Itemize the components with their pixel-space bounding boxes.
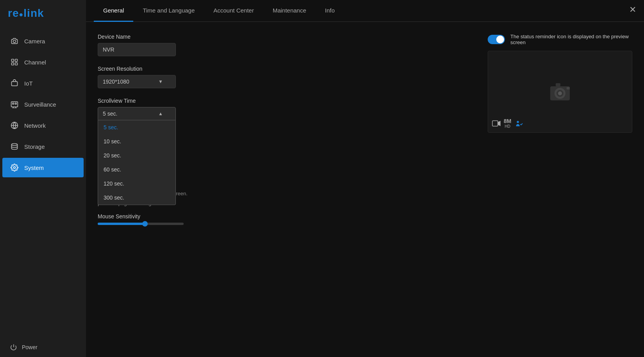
sidebar-item-label: Channel — [24, 59, 46, 66]
chevron-up-icon: ▲ — [158, 111, 163, 116]
sidebar-item-label: Camera — [24, 38, 45, 45]
svg-point-15 — [14, 167, 16, 169]
scrollview-option-10sec[interactable]: 10 sec. — [98, 134, 175, 148]
svg-rect-1 — [12, 59, 14, 62]
tab-account-center[interactable]: Account Center — [204, 0, 263, 22]
svg-point-24 — [517, 121, 519, 123]
scrollview-time-label: Scrollview Time — [98, 98, 472, 104]
screen-resolution-group: Screen Resolution 1920*1080 ▼ — [98, 66, 472, 88]
sidebar-item-camera[interactable]: Camera — [2, 31, 84, 51]
camera-icon — [10, 37, 19, 45]
sidebar-item-label: Storage — [24, 143, 45, 150]
tabs-bar: General Time and Language Account Center… — [86, 0, 644, 22]
screen-resolution-label: Screen Resolution — [98, 66, 472, 72]
logo: re●link — [8, 7, 44, 20]
scrollview-time-value: 5 sec. — [103, 111, 117, 117]
sidebar-item-system[interactable]: System — [2, 158, 84, 177]
sidebar: re●link Camera Chan — [0, 0, 86, 357]
screen-resolution-value: 1920*1080 — [103, 79, 129, 85]
channel-icon — [10, 58, 19, 66]
chevron-down-icon: ▼ — [158, 79, 163, 84]
sidebar-item-label: Surveillance — [24, 101, 56, 108]
content-grid: Device Name Screen Resolution 1920*1080 … — [98, 34, 632, 234]
content-right: The status reminder icon is displayed on… — [488, 34, 632, 234]
preview-camera-icon — [549, 82, 571, 102]
tab-maintenance[interactable]: Maintenance — [263, 0, 316, 22]
scrollview-dropdown: 5 sec. 10 sec. 20 sec. 60 sec. 120 sec. … — [98, 120, 176, 205]
scrollview-time-group: Scrollview Time 5 sec. ▲ 5 sec. 10 sec. … — [98, 98, 472, 120]
preview-video-icon — [492, 120, 501, 127]
svg-point-14 — [12, 144, 18, 146]
sidebar-item-iot[interactable]: IoT — [2, 73, 84, 93]
mouse-sensitivity-slider-row — [98, 223, 472, 225]
power-label: Power — [22, 344, 38, 350]
svg-rect-23 — [492, 121, 498, 126]
svg-point-20 — [558, 91, 562, 95]
scrollview-option-120sec[interactable]: 120 sec. — [98, 177, 175, 191]
sidebar-item-channel[interactable]: Channel — [2, 52, 84, 72]
preview-hd-badge: HD — [505, 124, 510, 129]
device-name-input[interactable] — [98, 43, 176, 56]
content-area: Device Name Screen Resolution 1920*1080 … — [86, 22, 644, 357]
mouse-sensitivity-group: Mouse Sensitivity — [98, 213, 472, 225]
sidebar-item-network[interactable]: Network — [2, 116, 84, 135]
power-icon — [10, 344, 17, 351]
slider-thumb[interactable] — [142, 221, 148, 227]
iot-icon — [10, 79, 19, 87]
mouse-sensitivity-track — [98, 223, 184, 225]
network-icon — [10, 121, 19, 130]
status-reminder-toggle[interactable] — [488, 35, 505, 44]
svg-rect-5 — [12, 82, 18, 86]
svg-rect-6 — [11, 102, 18, 107]
toggle-knob — [496, 36, 504, 43]
svg-point-0 — [13, 40, 16, 43]
device-name-group: Device Name — [98, 34, 472, 56]
svg-rect-22 — [567, 87, 570, 89]
screen-resolution-select-wrapper: 1920*1080 ▼ — [98, 75, 176, 88]
status-reminder-toggle-label: The status reminder icon is displayed on… — [510, 34, 632, 45]
svg-rect-2 — [15, 59, 18, 62]
slider-fill — [98, 223, 145, 225]
scrollview-option-20sec[interactable]: 20 sec. — [98, 148, 175, 162]
svg-rect-4 — [15, 63, 18, 65]
preview-bottom-bar: 8M HD — [492, 118, 523, 129]
scrollview-time-wrapper: 5 sec. ▲ 5 sec. 10 sec. 20 sec. 60 sec. … — [98, 107, 176, 120]
mouse-sensitivity-label: Mouse Sensitivity — [98, 213, 472, 220]
scrollview-time-select[interactable]: 5 sec. ▲ — [98, 107, 176, 120]
close-button[interactable]: ✕ — [629, 5, 636, 14]
sidebar-item-storage[interactable]: Storage — [2, 137, 84, 156]
tab-info[interactable]: Info — [316, 0, 344, 22]
tab-general[interactable]: General — [94, 0, 133, 22]
svg-rect-3 — [12, 63, 14, 65]
preview-person-icon — [514, 119, 523, 128]
system-icon — [10, 163, 19, 172]
tab-time-and-language[interactable]: Time and Language — [133, 0, 204, 22]
status-reminder-toggle-row: The status reminder icon is displayed on… — [488, 34, 632, 45]
scrollview-option-60sec[interactable]: 60 sec. — [98, 162, 175, 177]
scrollview-option-300sec[interactable]: 300 sec. — [98, 191, 175, 205]
sidebar-item-label: System — [24, 164, 44, 171]
preview-box: 8M HD — [488, 51, 632, 133]
sidebar-nav: Camera Channel IoT — [0, 27, 86, 337]
surveillance-icon — [10, 100, 19, 109]
sidebar-item-surveillance[interactable]: Surveillance — [2, 95, 84, 114]
main-content: General Time and Language Account Center… — [86, 0, 644, 357]
storage-icon — [10, 142, 19, 151]
screen-resolution-select[interactable]: 1920*1080 ▼ — [98, 75, 176, 88]
sidebar-item-label: Network — [24, 122, 46, 129]
sidebar-item-label: IoT — [24, 80, 33, 87]
device-name-label: Device Name — [98, 34, 472, 40]
preview-resolution-badge: 8M — [504, 118, 511, 124]
svg-rect-11 — [15, 103, 16, 104]
scrollview-option-5sec[interactable]: 5 sec. — [98, 120, 175, 134]
logo-area: re●link — [0, 0, 86, 27]
svg-rect-21 — [556, 83, 560, 86]
power-button[interactable]: Power — [0, 337, 86, 357]
content-left: Device Name Screen Resolution 1920*1080 … — [98, 34, 472, 234]
svg-rect-10 — [13, 103, 14, 104]
